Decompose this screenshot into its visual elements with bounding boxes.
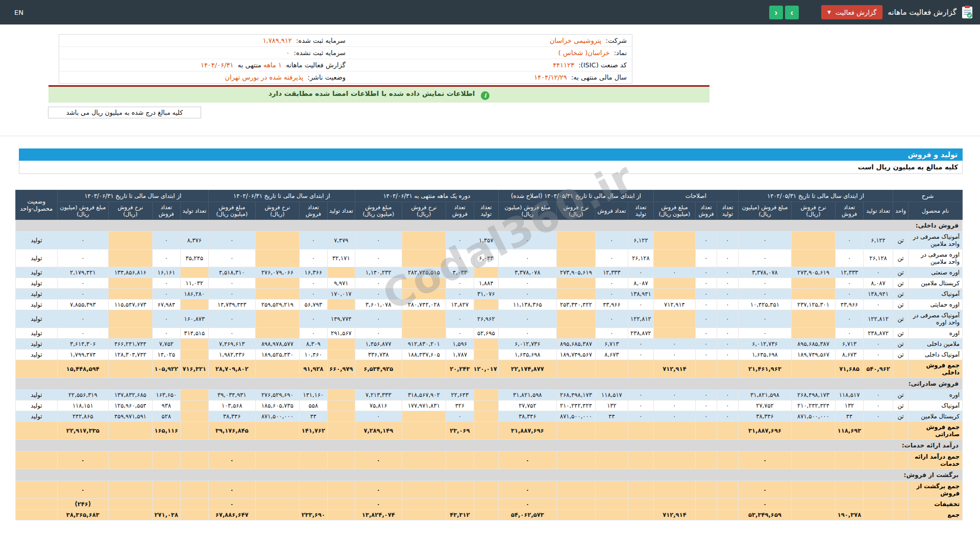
value-cell: ۸۹۵,۶۸۵,۳۸۷ [556,339,595,349]
value-cell [717,499,738,510]
unit-cell: تن [893,390,909,400]
value-cell [255,278,299,289]
col-header: تعداد تولید [327,202,355,220]
value-cell: ۸۷۱,۵۰۰,۰۰۰ [255,411,299,422]
value-cell [595,422,628,440]
product-name-cell: آمونیاک [909,289,963,299]
value-cell [595,360,628,378]
value-cell [402,232,446,249]
field-label: سال مالی منتهی به: [571,73,627,81]
value-cell: ۰ [738,249,791,267]
value-cell [108,422,152,440]
value-cell: ۱,۴۵۶,۸۷۷ [355,339,402,349]
value-cell [792,289,836,299]
value-cell [108,510,152,520]
value-cell [108,481,152,499]
value-cell: ۱۲,۳۳۳ [595,267,628,278]
value-cell: ۱۷۷,۹۷۱,۸۳۱ [402,400,446,411]
value-cell [628,452,653,469]
value-cell: ۰ [299,310,327,328]
value-cell [327,481,355,499]
value-cell: ۰ [355,278,402,289]
value-cell: ۷۱,۶۸۵ [836,360,864,378]
value-cell: ۳۱,۰۷۶ [474,289,498,299]
value-cell: ۰ [628,339,653,349]
value-cell: ۹۱,۹۲۸ [299,360,327,378]
value-cell: ۱۱,۱۳۸,۳۶۵ [498,299,556,310]
value-cell: ۰ [208,232,255,249]
value-cell: ۱۲۸,۳۰۴,۷۴۲ [108,349,152,360]
value-cell: ۲۳۷,۱۲۵,۳۰۱ [792,299,836,310]
value-cell [653,499,695,510]
value-cell: ۰ [446,232,474,249]
value-cell [108,452,152,469]
value-cell: ۶,۰۱۲,۷۳۶ [498,339,556,349]
field-label: کد صنعت (ISIC): [578,61,627,69]
value-cell [695,422,717,440]
value-cell: ۰ [152,249,180,267]
value-cell: ۰ [836,249,864,267]
value-cell: ۱۰,۴۶۰ [299,349,327,360]
value-cell: ۰ [695,299,717,310]
value-cell: ۱۶۰,۸۷۳ [180,310,208,328]
value-cell [792,452,836,469]
unit-cell: تن [893,278,909,289]
value-cell: ۰ [738,481,791,499]
value-cell: ۰ [628,349,653,360]
value-cell: ۳۱۴,۵۱۵ [180,328,208,339]
separator-line [0,136,980,136]
value-cell: ۱۸۹,۷۴۹,۵۶۷ [792,349,836,360]
report-type-dropdown[interactable]: گزارش فعالیت ▼ [821,5,883,19]
value-cell [299,452,327,469]
value-cell [474,267,498,278]
next-report-button[interactable]: › [785,6,799,19]
value-cell: ۰ [717,278,738,289]
product-name-cell: آمونیاک مصرفی در واحد اوره [909,310,963,328]
prev-report-button[interactable]: ‹ [769,6,783,19]
value-cell: ۰ [695,349,717,360]
value-cell: ۳,۳۷۸,۰۷۸ [738,267,791,278]
value-cell: ۲۸۲,۷۲۵,۵۱۵ [402,267,446,278]
value-cell: ۲۷۶,۵۲۹,۶۹۰ [255,390,299,400]
info-row: کد صنعت (ISIC): ۴۴۱۱۲۳ گزارش فعالیت ماها… [59,59,632,71]
section-row: فروش داخلی: [15,220,962,232]
product-name-cell: جمع [909,510,963,520]
value-cell: ۲۱۰,۲۴۲,۴۲۴ [792,400,836,411]
value-cell: ۰ [738,289,791,299]
value-cell: ۰ [695,249,717,267]
value-cell: ۳۸,۳۴۶ [208,411,255,422]
value-cell [180,411,208,422]
value-cell [180,499,208,510]
product-row: آمونیاک داخلیتن۰۸,۶۷۳۱۸۹,۷۴۹,۵۶۷۱,۶۴۵,۶۹… [15,349,962,360]
value-cell [717,452,738,469]
value-cell: ۰ [208,499,255,510]
value-cell: ۰ [695,339,717,349]
value-cell [180,510,208,520]
value-cell [628,499,653,510]
value-cell: ۰ [498,499,556,510]
value-cell: ۰ [446,278,474,289]
status-cell: تولید [15,310,57,328]
value-cell [474,299,498,310]
value-cell: ۰ [717,289,738,299]
value-cell: ۴۳,۹۶۶ [595,299,628,310]
col-group-header-1: از ابتدای سال مالی تا تاریخ ۱۴۰۴/۰۵/۳۱ [738,190,893,202]
value-cell [836,481,864,499]
value-cell: (۲۴۶) [57,499,108,510]
language-toggle[interactable]: EN [14,9,23,16]
value-cell: ۷۵,۸۱۶ [355,400,402,411]
field-label: وضعیت ناشر: [308,73,346,81]
value-cell: ۰ [208,481,255,499]
value-cell [792,499,836,510]
value-cell: ۰ [446,310,474,328]
value-cell [474,411,498,422]
col-group-header-5: از ابتدای سال مالی تا تاریخ ۱۴۰۴/۰۶/۳۱ [208,190,355,202]
value-cell [653,249,695,267]
value-cell: ۹۱۲,۸۳۰,۲۰۱ [402,339,446,349]
unit-cell: تن [893,400,909,411]
value-cell [556,249,595,267]
field-value: ۱ ماهه [263,61,282,69]
col-header: تعداد تولید [864,202,893,220]
value-cell: ۱۳۸,۹۴۱ [628,289,653,299]
value-cell: ۰ [717,349,738,360]
